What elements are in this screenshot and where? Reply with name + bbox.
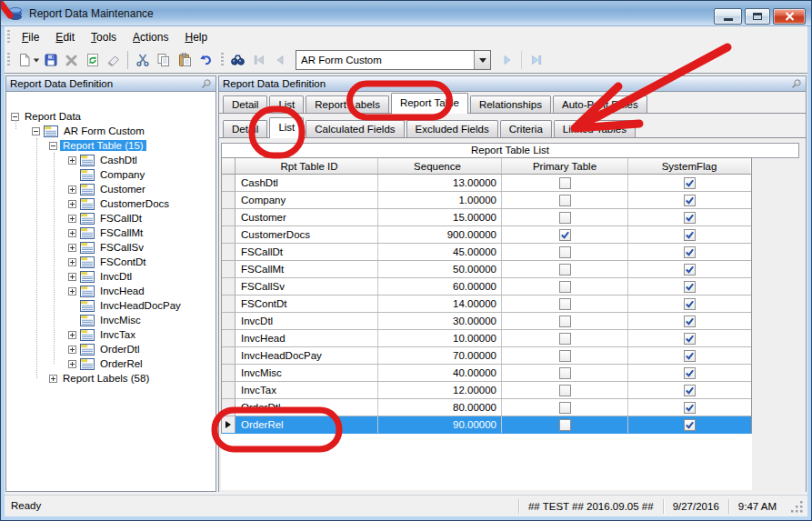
tree-item-invcheaddocpay[interactable]: InvcHeadDocPay: [6, 298, 216, 313]
primary-table-checkbox[interactable]: [559, 264, 571, 276]
tab-excluded-fields[interactable]: Excluded Fields: [406, 120, 498, 137]
tab-report-table[interactable]: Report Table: [391, 93, 468, 114]
row-selector[interactable]: [222, 296, 236, 312]
primary-table-checkbox[interactable]: [559, 419, 571, 431]
delete-button[interactable]: [61, 50, 82, 70]
menubar-grip[interactable]: [7, 30, 10, 45]
tree-item-fscalldt[interactable]: FSCallDt: [6, 211, 216, 225]
expand-plus-icon[interactable]: [68, 258, 76, 266]
tree-item-ar-form-custom[interactable]: AR Form Custom: [6, 124, 216, 138]
tab-auto-print-rules[interactable]: Auto-Print Rules: [553, 95, 647, 113]
grid-header-rpt-table-id[interactable]: Rpt Table ID: [236, 158, 378, 174]
tree-item-customerdocs[interactable]: CustomerDocs: [6, 196, 216, 211]
table-row-invcmisc[interactable]: InvcMisc40.00000: [222, 365, 751, 382]
tree-item-fscontdt[interactable]: FSContDt: [6, 255, 216, 269]
grid-header-sequence[interactable]: Sequence: [378, 158, 502, 174]
tree-item-fscallmt[interactable]: FSCallMt: [6, 225, 216, 240]
tree-item-report-data[interactable]: Report Data: [6, 109, 216, 124]
tab-relationships[interactable]: Relationships: [470, 95, 551, 113]
save-button[interactable]: [40, 50, 61, 70]
minimize-button[interactable]: [714, 8, 742, 25]
tree-item-report-table-15[interactable]: Report Table (15): [6, 138, 216, 153]
primary-table-checkbox[interactable]: [559, 402, 571, 414]
tab-report-labels[interactable]: Report Labels: [306, 95, 389, 113]
primary-table-checkbox[interactable]: [559, 246, 571, 258]
tree-item-cashdtl[interactable]: CashDtl: [6, 153, 216, 167]
tree-item-company[interactable]: Company: [6, 167, 216, 182]
table-row-orderrel[interactable]: OrderRel90.00000: [222, 416, 751, 434]
eraser-button[interactable]: [103, 50, 124, 70]
row-selector[interactable]: [222, 365, 236, 381]
table-row-customerdocs[interactable]: CustomerDocs900.00000: [222, 226, 751, 244]
row-selector[interactable]: [222, 192, 236, 208]
expand-plus-icon[interactable]: [68, 200, 76, 208]
grid-header-primary-table[interactable]: Primary Table: [502, 158, 628, 174]
system-flag-checkbox[interactable]: [684, 177, 696, 189]
primary-table-checkbox[interactable]: [559, 385, 571, 396]
refresh-button[interactable]: [82, 50, 103, 70]
tab-detail[interactable]: Detail: [223, 95, 267, 113]
system-flag-checkbox[interactable]: [684, 419, 696, 431]
new-dropdown-icon[interactable]: [32, 50, 40, 70]
system-flag-checkbox[interactable]: [684, 367, 696, 379]
row-selector[interactable]: [222, 330, 236, 346]
expand-plus-icon[interactable]: [68, 185, 76, 194]
tab-criteria[interactable]: Criteria: [500, 120, 552, 137]
tab-detail[interactable]: Detail: [223, 120, 267, 137]
primary-table-checkbox[interactable]: [559, 316, 571, 327]
primary-table-checkbox[interactable]: [559, 212, 571, 224]
menu-help[interactable]: Help: [176, 28, 216, 47]
first-record-button[interactable]: [248, 50, 269, 70]
collapse-minus-icon[interactable]: [49, 142, 57, 150]
tree-item-orderdtl[interactable]: OrderDtl: [6, 342, 216, 356]
system-flag-checkbox[interactable]: [684, 402, 696, 414]
toolbar-grip[interactable]: [7, 53, 10, 67]
tab-calculated-fields[interactable]: Calculated Fields: [306, 120, 404, 137]
system-flag-checkbox[interactable]: [684, 195, 696, 206]
table-row-fscallsv[interactable]: FSCallSv60.00000: [222, 278, 751, 296]
tree-item-invchead[interactable]: InvcHead: [6, 284, 216, 298]
system-flag-checkbox[interactable]: [684, 333, 696, 345]
expand-plus-icon[interactable]: [68, 229, 76, 237]
row-selector[interactable]: [222, 347, 236, 364]
system-flag-checkbox[interactable]: [684, 281, 696, 293]
tab-list[interactable]: List: [269, 95, 304, 113]
tab-list[interactable]: List: [269, 117, 304, 138]
menu-file[interactable]: File: [14, 28, 47, 47]
expand-plus-icon[interactable]: [68, 244, 76, 252]
primary-table-checkbox[interactable]: [559, 229, 571, 241]
table-row-cashdtl[interactable]: CashDtl13.00000: [222, 175, 751, 192]
row-selector[interactable]: [222, 399, 236, 416]
expand-plus-icon[interactable]: [68, 360, 76, 368]
expand-plus-icon[interactable]: [68, 215, 76, 223]
primary-table-checkbox[interactable]: [559, 333, 571, 345]
grid-header-systemflag[interactable]: SystemFlag: [628, 158, 750, 174]
close-button[interactable]: [773, 8, 806, 25]
table-row-invchead[interactable]: InvcHead10.00000: [222, 330, 751, 347]
system-flag-checkbox[interactable]: [684, 229, 696, 241]
system-flag-checkbox[interactable]: [684, 298, 696, 310]
combo-dropdown-button[interactable]: [474, 51, 490, 69]
system-flag-checkbox[interactable]: [684, 264, 696, 276]
resize-grip-icon[interactable]: [789, 499, 804, 514]
row-selector[interactable]: [222, 278, 236, 295]
table-row-invctax[interactable]: InvcTax12.00000: [222, 382, 751, 399]
previous-record-button[interactable]: [269, 50, 290, 70]
pin-icon[interactable]: [200, 78, 212, 90]
system-flag-checkbox[interactable]: [684, 212, 696, 224]
expand-plus-icon[interactable]: [68, 331, 76, 339]
system-flag-checkbox[interactable]: [684, 246, 696, 258]
menu-tools[interactable]: Tools: [83, 28, 125, 47]
copy-button[interactable]: [153, 50, 174, 70]
menu-edit[interactable]: Edit: [47, 28, 83, 47]
tree-item-report-labels-58[interactable]: Report Labels (58): [6, 371, 216, 386]
table-row-fscallmt[interactable]: FSCallMt50.00000: [222, 261, 751, 278]
primary-table-checkbox[interactable]: [559, 281, 571, 293]
tab-linked-tables[interactable]: Linked Tables: [554, 120, 636, 137]
find-button[interactable]: [227, 50, 248, 70]
row-selector[interactable]: [222, 382, 236, 398]
row-selector[interactable]: [222, 226, 236, 243]
last-record-button[interactable]: [526, 50, 546, 70]
table-row-orderdtl[interactable]: OrderDtl80.00000: [222, 399, 751, 416]
tree-item-invctax[interactable]: InvcTax: [6, 327, 216, 342]
